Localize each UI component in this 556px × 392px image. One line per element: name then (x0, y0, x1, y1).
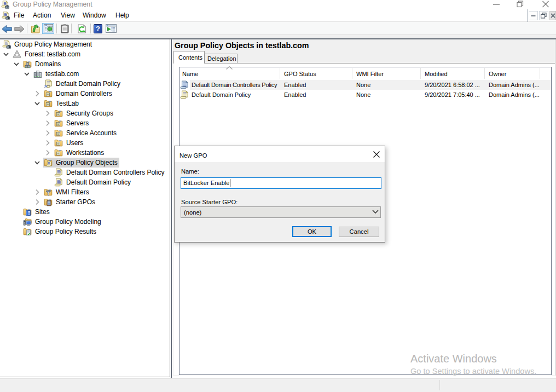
svg-text:?: ? (96, 25, 100, 33)
